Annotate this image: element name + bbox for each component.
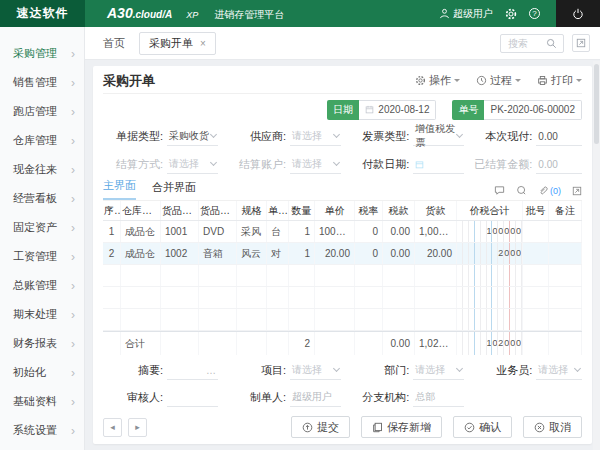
tab-close-icon[interactable]: × xyxy=(200,38,206,49)
cell[interactable]: 20.00 xyxy=(315,243,355,264)
cell[interactable]: 1 xyxy=(289,221,315,242)
cash-paid-input[interactable]: 0.00 xyxy=(536,127,582,146)
cell[interactable]: 0.00 xyxy=(383,243,415,264)
chevron-down-icon xyxy=(210,131,217,138)
sidebar-item[interactable]: 跑店管理› xyxy=(0,97,84,126)
cell[interactable]: 1002 xyxy=(161,243,199,264)
cell[interactable]: 1000.00 xyxy=(315,221,355,242)
fullscreen-icon[interactable] xyxy=(572,34,590,52)
sidebar-item[interactable]: 现金往来› xyxy=(0,155,84,184)
cell[interactable]: 成品仓 xyxy=(121,243,161,264)
cell[interactable]: 台 xyxy=(267,221,289,242)
cell[interactable]: DVD xyxy=(199,221,237,242)
settings-gear-icon[interactable] xyxy=(505,8,517,20)
logout-power-button[interactable] xyxy=(556,0,600,27)
sidebar-item[interactable]: 基础资料› xyxy=(0,387,84,416)
scrollbar-thumb[interactable] xyxy=(594,64,599,144)
cell-batch[interactable] xyxy=(523,243,549,264)
cell[interactable]: 0.00 xyxy=(383,221,415,242)
sidebar-item[interactable]: 财务报表› xyxy=(0,329,84,358)
comment-icon[interactable] xyxy=(494,185,505,196)
settled-amount-value: 0.00 xyxy=(538,159,557,170)
cell[interactable]: 0 xyxy=(355,243,383,264)
more-button[interactable]: … xyxy=(206,365,216,376)
cell[interactable]: 0 xyxy=(355,221,383,242)
sidebar-item[interactable]: 总账管理› xyxy=(0,271,84,300)
chevron-right-icon: › xyxy=(71,49,75,59)
voice-record-icon[interactable] xyxy=(516,185,527,196)
cell[interactable]: 采风 xyxy=(237,221,267,242)
cell-batch[interactable] xyxy=(523,221,549,242)
cell[interactable]: 20.00 xyxy=(415,243,457,264)
invoice-type-select[interactable]: 增值税发票 xyxy=(413,127,464,146)
cancel-button[interactable]: 取消 xyxy=(523,416,582,438)
field-doc-type: 单据类型: 采购收货 xyxy=(103,127,218,146)
sidebar-item[interactable]: 工资管理› xyxy=(0,242,84,271)
department-select[interactable]: 请选择 xyxy=(413,361,464,380)
sidebar-item[interactable]: 期末处理› xyxy=(0,300,84,329)
doc-number-input[interactable]: PK-2020-06-00002 xyxy=(484,100,582,120)
submit-button[interactable]: 提交 xyxy=(291,416,350,438)
document-header-row: 日期 2020-08-12 单号 PK-2020-06-00002 xyxy=(103,97,582,122)
tab-home[interactable]: 首页 xyxy=(103,36,125,51)
table-row: 1成品仓1001DVD采风台11000.0000.001,000.0010000… xyxy=(103,221,582,243)
summary-input[interactable]: … xyxy=(167,361,218,380)
cell-ledger[interactable]: 2000 xyxy=(457,243,523,264)
current-user[interactable]: 超级用户 xyxy=(439,7,493,21)
expand-icon[interactable] xyxy=(572,186,582,196)
date-input[interactable]: 2020-08-12 xyxy=(359,100,436,120)
cell[interactable]: 风云 xyxy=(237,243,267,264)
cell[interactable]: 对 xyxy=(267,243,289,264)
search-icon[interactable] xyxy=(546,38,557,49)
print-menu-button[interactable]: 打印 xyxy=(537,73,582,88)
subtab-merge[interactable]: 合并界面 xyxy=(152,180,196,200)
sidebar-item[interactable]: 经营看板› xyxy=(0,184,84,213)
product-brand: A30.cloud/A XP 进销存管理平台 xyxy=(107,5,284,22)
help-icon[interactable]: ? xyxy=(529,8,540,19)
cell[interactable]: 1001 xyxy=(161,221,199,242)
cell[interactable]: 音箱 xyxy=(199,243,237,264)
confirm-button[interactable]: 确认 xyxy=(453,416,512,438)
cell[interactable]: 1,000.00 xyxy=(415,221,457,242)
column-header: 货款 xyxy=(415,201,457,220)
sidebar-item-label: 跑店管理 xyxy=(13,104,57,119)
subtab-main[interactable]: 主界面 xyxy=(103,178,136,200)
attachment-icon[interactable]: (0) xyxy=(538,185,561,196)
tab-purchase-order[interactable]: 采购开单 × xyxy=(139,32,216,55)
column-header: 价税合计 xyxy=(457,201,523,220)
operate-menu-button[interactable]: 操作 xyxy=(415,73,460,88)
search-input[interactable] xyxy=(506,37,546,50)
cell-note[interactable] xyxy=(549,243,582,264)
sidebar-item[interactable]: 仓库管理› xyxy=(0,126,84,155)
supplier-select[interactable]: 请选择 xyxy=(290,127,341,146)
settle-account-select[interactable]: 请选择 xyxy=(290,155,341,174)
cell[interactable]: 1 xyxy=(289,243,315,264)
chevron-right-icon: › xyxy=(71,310,75,320)
chevron-right-icon: › xyxy=(71,107,75,117)
save-new-button[interactable]: 保存新增 xyxy=(361,416,442,438)
settle-method-select[interactable]: 请选择 xyxy=(167,155,218,174)
save-new-label: 保存新增 xyxy=(387,420,431,435)
prev-page-button[interactable]: ◂ xyxy=(103,418,122,437)
cell-ledger[interactable]: 100000 xyxy=(457,221,523,242)
sidebar-item[interactable]: 固定资产› xyxy=(0,213,84,242)
next-page-button[interactable]: ▸ xyxy=(128,418,147,437)
vertical-scrollbar[interactable] xyxy=(593,61,600,450)
sidebar-item[interactable]: 系统设置› xyxy=(0,416,84,445)
pay-date-input[interactable] xyxy=(413,155,464,174)
app-body: 采购管理›销售管理›跑店管理›仓库管理›现金往来›经营看板›固定资产›工资管理›… xyxy=(0,27,600,450)
sidebar-item[interactable]: 销售管理› xyxy=(0,68,84,97)
cell[interactable]: 2 xyxy=(103,243,121,264)
doc-type-select[interactable]: 采购收货 xyxy=(167,127,218,146)
cell-note[interactable] xyxy=(549,221,582,242)
cell[interactable]: 成品仓 xyxy=(121,221,161,242)
project-select[interactable]: 请选择 xyxy=(290,361,341,380)
process-menu-button[interactable]: 过程 xyxy=(476,73,521,88)
auditor-input[interactable] xyxy=(167,388,218,407)
settled-amount-label: 已结算金额: xyxy=(472,157,536,172)
salesman-select[interactable]: 请选择 xyxy=(536,361,582,380)
cell xyxy=(103,287,121,308)
sidebar-item[interactable]: 初始化› xyxy=(0,358,84,387)
sidebar-item[interactable]: 采购管理› xyxy=(0,39,84,68)
cell[interactable]: 1 xyxy=(103,221,121,242)
